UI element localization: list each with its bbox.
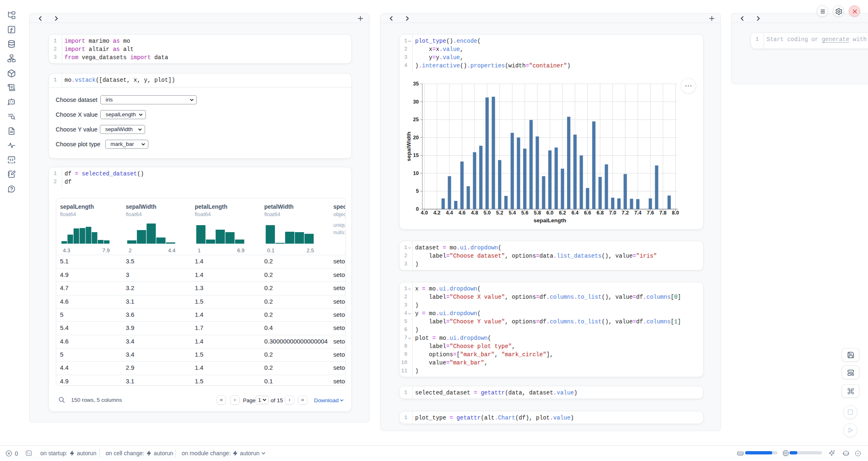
svg-text:0: 0 bbox=[416, 206, 419, 212]
svg-text:8.0: 8.0 bbox=[672, 210, 679, 216]
svg-text:6.0: 6.0 bbox=[546, 210, 553, 216]
svg-text:5.6: 5.6 bbox=[521, 210, 528, 216]
svg-text:20: 20 bbox=[413, 135, 419, 141]
svg-text:7.2: 7.2 bbox=[622, 210, 629, 216]
svg-text:6.6: 6.6 bbox=[584, 210, 591, 216]
svg-text:4.2: 4.2 bbox=[433, 210, 440, 216]
svg-text:35: 35 bbox=[413, 81, 419, 87]
svg-text:5: 5 bbox=[416, 188, 419, 194]
svg-text:6.8: 6.8 bbox=[597, 210, 604, 216]
svg-text:4.8: 4.8 bbox=[471, 210, 478, 216]
svg-text:6.4: 6.4 bbox=[571, 210, 578, 216]
svg-text:7.4: 7.4 bbox=[634, 210, 641, 216]
svg-text:7.8: 7.8 bbox=[659, 210, 666, 216]
svg-text:7.6: 7.6 bbox=[647, 210, 654, 216]
svg-text:sepalLength: sepalLength bbox=[533, 217, 566, 224]
svg-text:25: 25 bbox=[413, 117, 419, 122]
svg-text:15: 15 bbox=[413, 152, 419, 158]
svg-text:4.6: 4.6 bbox=[458, 210, 465, 216]
svg-text:30: 30 bbox=[413, 99, 419, 105]
svg-text:10: 10 bbox=[413, 171, 419, 176]
svg-text:7.0: 7.0 bbox=[609, 210, 616, 216]
svg-text:5.8: 5.8 bbox=[534, 210, 541, 216]
svg-text:sepalWidth: sepalWidth bbox=[406, 132, 412, 161]
svg-text:5.0: 5.0 bbox=[484, 210, 491, 216]
svg-text:4.4: 4.4 bbox=[446, 210, 453, 216]
svg-text:6.2: 6.2 bbox=[559, 210, 566, 216]
svg-text:5.2: 5.2 bbox=[496, 210, 503, 216]
svg-text:5.4: 5.4 bbox=[509, 210, 516, 216]
svg-text:4.0: 4.0 bbox=[421, 210, 428, 216]
